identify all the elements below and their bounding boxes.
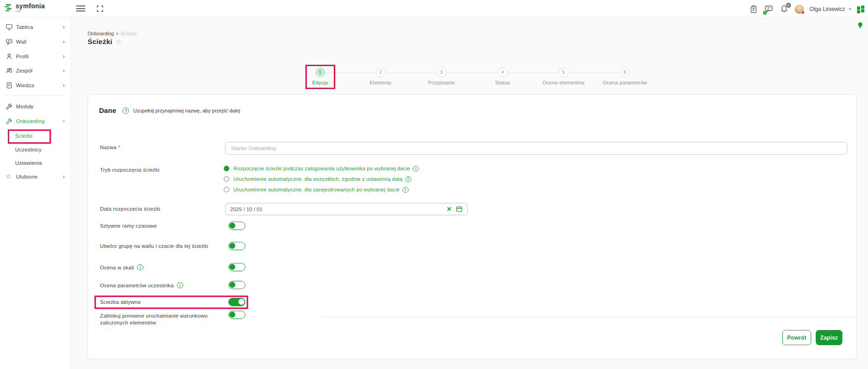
info-icon[interactable]: i	[413, 166, 419, 172]
sidebar-item-onboarding[interactable]: Onboarding ›	[0, 117, 71, 126]
sidebar-item-zespol[interactable]: Zespół ›	[0, 66, 71, 75]
help-icon[interactable]: ?	[122, 107, 129, 114]
info-icon[interactable]: i	[177, 282, 183, 288]
start-date-input[interactable]: 2025 / 10 / 01 ✕	[225, 203, 468, 215]
chevron-down-icon: ›	[61, 120, 66, 122]
star-icon: ☆	[6, 173, 13, 180]
step-elementy[interactable]: 2 Elementy	[348, 67, 413, 85]
save-button[interactable]: Zapisz	[816, 330, 842, 345]
sidebar: Tablica › Wall › Profil › Zespół › Wiedz…	[0, 18, 71, 369]
info-icon[interactable]: i	[137, 264, 144, 270]
start-date-value: 2025 / 10 / 01	[230, 207, 447, 212]
step-ocena-parametrow[interactable]: 6 Ocena parametrów	[593, 67, 657, 85]
info-icon[interactable]: i	[405, 176, 411, 182]
block-rerun-toggle[interactable]	[228, 311, 245, 319]
sidebar-item-uczestnicy[interactable]: Uczestnicy	[0, 145, 71, 154]
chevron-right-icon: ›	[63, 54, 65, 59]
step-status[interactable]: 4 Status	[470, 67, 535, 85]
radio-option-auto-all[interactable]: Uruchomienie automatyczne, dla wszystkic…	[224, 175, 411, 183]
clipboard-icon[interactable]	[749, 5, 758, 14]
chat-online-badge: ✓	[763, 11, 767, 15]
person-icon	[6, 53, 13, 60]
notification-count-badge: 9	[785, 2, 791, 8]
card-footer-divider	[322, 317, 856, 317]
apps-grid-icon[interactable]	[857, 6, 864, 13]
notifications-bell-icon[interactable]: 9	[780, 5, 789, 14]
sidebar-item-ustawienia[interactable]: Ustawienia	[0, 158, 71, 168]
calendar-icon[interactable]	[456, 206, 463, 212]
radio-option-login-after-date[interactable]: Rozpoczęcie ścieżki podczas zalogowania …	[224, 165, 419, 172]
sidebar-item-moduly[interactable]: Moduły	[0, 102, 71, 111]
rigid-timeframe-toggle[interactable]	[228, 222, 245, 230]
path-active-label: Ścieżka aktywna	[100, 299, 141, 305]
user-name[interactable]: Olga Liniewicz	[810, 6, 845, 12]
name-input[interactable]	[225, 142, 847, 155]
breadcrumb-separator: >	[116, 31, 119, 36]
scale-rating-label: Ocena w skali i	[100, 264, 144, 270]
required-asterisk: *	[118, 145, 121, 150]
page-title: Ścieżki	[88, 38, 112, 46]
chevron-right-icon: ›	[63, 68, 65, 73]
chevron-right-icon: ›	[63, 83, 65, 88]
block-rerun-label: Zablokuj ponowne uruchamianie warunkowo …	[100, 313, 228, 326]
lightbulb-icon[interactable]	[857, 22, 864, 29]
fullscreen-icon[interactable]	[96, 5, 104, 12]
user-menu-chevron-icon[interactable]: ▾	[849, 6, 851, 11]
sidebar-item-profil[interactable]: Profil ›	[0, 52, 71, 61]
wrench-icon	[6, 103, 13, 110]
wall-icon	[6, 38, 13, 45]
info-icon[interactable]: i	[403, 187, 409, 193]
sidebar-item-sciezki[interactable]: Ścieżki	[0, 131, 71, 140]
step-przypisanie[interactable]: 3 Przypisanie	[409, 67, 474, 85]
sidebar-item-wall[interactable]: Wall ›	[0, 37, 71, 46]
user-avatar[interactable]	[795, 5, 804, 14]
dashboard-icon	[6, 23, 13, 31]
wrench-icon	[6, 117, 13, 125]
name-label: Nazwa *	[100, 145, 120, 150]
brand-name: symfonia	[16, 3, 45, 10]
rigid-timeframe-label: Sztywne ramy czasowe	[100, 223, 157, 229]
sidebar-item-wiedza[interactable]: Wiedza ›	[0, 81, 71, 90]
radio-option-auto-registered[interactable]: Uruchomienie automatyczne, dla zarejestr…	[224, 186, 409, 193]
chevron-right-icon: ›	[63, 39, 65, 45]
create-group-toggle[interactable]	[228, 242, 245, 250]
sidebar-item-tablica[interactable]: Tablica ›	[0, 22, 71, 32]
participant-params-label: Ocena parametrów uczestnika i	[100, 282, 183, 288]
menu-hamburger-icon[interactable]	[76, 6, 85, 12]
team-icon	[6, 67, 13, 74]
breadcrumb: Onboarding>Ścieżki	[88, 31, 137, 36]
top-bar: symfonia HR ✓ 9	[0, 0, 868, 18]
clear-date-icon[interactable]: ✕	[447, 206, 452, 212]
radio-unselected-icon	[224, 176, 229, 182]
breadcrumb-parent[interactable]: Onboarding	[88, 31, 114, 36]
symfonia-logo-icon	[4, 4, 12, 12]
app-logo[interactable]: symfonia HR	[4, 3, 45, 13]
chevron-right-icon: ›	[63, 174, 65, 179]
chevron-right-icon: ›	[63, 24, 65, 30]
main-content: Onboarding>Ścieżki Ścieżki ☆ 1 Edycja 2 …	[72, 18, 868, 369]
radio-selected-icon	[224, 166, 229, 171]
favorite-star-icon[interactable]: ☆	[116, 38, 122, 46]
section-hint: Uzupełnij przynajmniej nazwę, aby przejś…	[133, 108, 240, 113]
start-date-label: Data rozpoczęcia ścieżki	[100, 206, 160, 212]
chat-icon[interactable]: ✓	[764, 5, 774, 14]
section-title: Dane	[99, 106, 116, 114]
sidebar-divider	[5, 95, 66, 96]
avatar-status-dot	[801, 11, 805, 14]
step-ocena-elementow[interactable]: 5 Ocena elementów	[531, 67, 596, 85]
form-card: Dane ? Uzupełnij przynajmniej nazwę, aby…	[88, 94, 857, 359]
scale-rating-toggle[interactable]	[228, 263, 245, 271]
brand-sub: HR	[16, 10, 45, 13]
start-mode-label: Tryb rozpoczęcia ścieżki	[100, 167, 160, 173]
back-button[interactable]: Powrót	[782, 330, 811, 345]
breadcrumb-current: Ścieżki	[121, 31, 137, 36]
sidebar-item-ulubione[interactable]: ☆ Ulubione ›	[0, 172, 71, 181]
radio-unselected-icon	[224, 187, 229, 192]
create-group-label: Utwórz grupę na wallu i czacie dla tej ś…	[100, 243, 208, 249]
step-edycja[interactable]: 1 Edycja	[288, 67, 352, 85]
document-icon	[6, 82, 13, 89]
path-active-toggle[interactable]	[228, 298, 245, 306]
participant-params-toggle[interactable]	[228, 281, 245, 289]
